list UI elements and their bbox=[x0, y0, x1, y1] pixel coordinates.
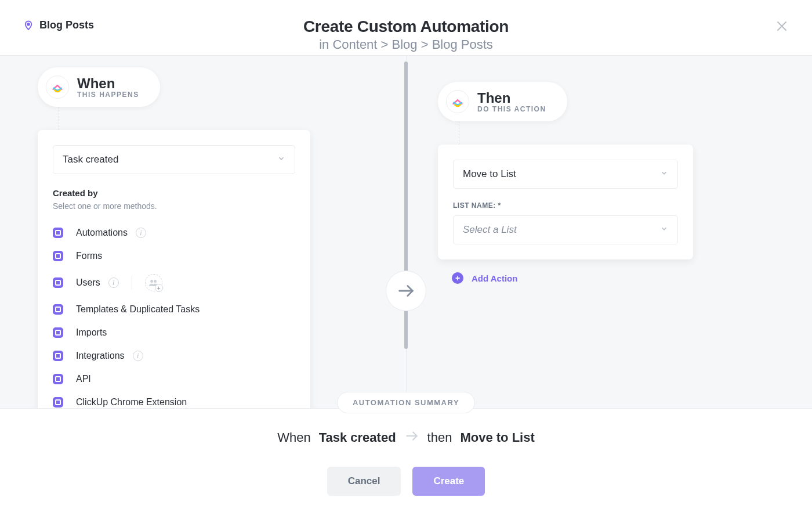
modal-breadcrumb: in Content > Blog > Blog Posts bbox=[23, 37, 789, 52]
svg-point-0 bbox=[27, 23, 30, 25]
method-row: Templates & Duplicated Tasks bbox=[53, 298, 295, 321]
method-checkbox[interactable] bbox=[53, 374, 63, 384]
plus-circle-icon: + bbox=[452, 272, 463, 284]
modal-header: Blog Posts Create Custom Automation in C… bbox=[0, 0, 812, 64]
then-card: Move to List LIST NAME: * Select a List bbox=[438, 145, 693, 259]
modal-title: Create Custom Automation bbox=[23, 17, 789, 36]
method-label: Automations bbox=[76, 228, 128, 238]
chevron-down-icon bbox=[660, 225, 668, 235]
method-checkbox[interactable] bbox=[53, 251, 63, 261]
clickup-logo-icon bbox=[446, 90, 469, 113]
info-icon[interactable]: i bbox=[136, 228, 146, 238]
when-pill-title: When bbox=[77, 75, 139, 92]
method-checkbox[interactable] bbox=[53, 327, 63, 338]
summary-when-value: Task created bbox=[319, 430, 396, 445]
method-label: Imports bbox=[76, 327, 107, 338]
arrow-right-icon bbox=[404, 428, 419, 447]
add-action-button[interactable]: + Add Action bbox=[452, 272, 710, 284]
trigger-value: Task created bbox=[63, 154, 118, 165]
method-label: Integrations bbox=[76, 351, 125, 361]
context-label: Blog Posts bbox=[39, 19, 94, 31]
method-label: API bbox=[76, 374, 91, 384]
list-name-label: LIST NAME: * bbox=[453, 201, 678, 210]
method-row: Automationsi bbox=[53, 221, 295, 244]
automation-summary: When Task created then Move to List bbox=[0, 428, 812, 447]
summary-badge: AUTOMATION SUMMARY bbox=[337, 392, 475, 413]
automation-canvas: When THIS HAPPENS Task created Created b… bbox=[0, 55, 812, 408]
method-label: ClickUp Chrome Extension bbox=[76, 397, 187, 408]
method-checkbox[interactable] bbox=[53, 228, 63, 238]
method-checkbox[interactable] bbox=[53, 304, 63, 315]
close-icon bbox=[775, 19, 789, 33]
add-action-label: Add Action bbox=[472, 273, 517, 283]
method-label: Forms bbox=[76, 251, 102, 261]
footer: AUTOMATION SUMMARY When Task created the… bbox=[0, 408, 812, 530]
method-row: Imports bbox=[53, 321, 295, 344]
when-card: Task created Created by Select one or mo… bbox=[38, 130, 310, 408]
summary-then-prefix: then bbox=[427, 430, 452, 445]
method-label: Users bbox=[76, 277, 100, 288]
trigger-select[interactable]: Task created bbox=[53, 145, 295, 174]
method-checkbox[interactable] bbox=[53, 397, 63, 408]
method-label: Templates & Duplicated Tasks bbox=[76, 304, 200, 315]
then-pill-subtitle: DO THIS ACTION bbox=[477, 105, 546, 113]
cancel-button[interactable]: Cancel bbox=[327, 467, 401, 496]
create-button[interactable]: Create bbox=[412, 467, 485, 496]
then-pill: Then DO THIS ACTION bbox=[438, 82, 567, 121]
method-row: API bbox=[53, 367, 295, 391]
info-icon[interactable]: i bbox=[108, 277, 119, 288]
when-column: When THIS HAPPENS Task created Created b… bbox=[38, 67, 310, 408]
list-select[interactable]: Select a List bbox=[453, 215, 678, 244]
chevron-down-icon bbox=[277, 154, 285, 165]
add-users-button[interactable]: + bbox=[145, 274, 162, 291]
footer-buttons: Cancel Create bbox=[0, 467, 812, 496]
divider bbox=[132, 276, 132, 290]
then-stem bbox=[459, 121, 459, 145]
flow-arrow-knob bbox=[386, 271, 426, 311]
method-row: Forms bbox=[53, 244, 295, 268]
action-select[interactable]: Move to List bbox=[453, 160, 678, 189]
info-icon[interactable]: i bbox=[133, 351, 143, 361]
chevron-down-icon bbox=[660, 169, 668, 179]
method-checkbox[interactable] bbox=[53, 351, 63, 361]
location-pin-icon bbox=[23, 20, 34, 31]
then-pill-title: Then bbox=[477, 90, 546, 106]
action-value: Move to List bbox=[463, 168, 516, 180]
svg-point-5 bbox=[154, 280, 157, 283]
created-by-sub: Select one or more methods. bbox=[53, 201, 295, 211]
methods-list: AutomationsiFormsUsersi+Templates & Dupl… bbox=[53, 221, 295, 408]
svg-point-4 bbox=[150, 280, 153, 283]
clickup-logo-icon bbox=[46, 75, 69, 99]
method-row: ClickUp Chrome Extension bbox=[53, 391, 295, 408]
when-stem bbox=[59, 107, 59, 130]
close-button[interactable] bbox=[775, 19, 789, 37]
summary-when-prefix: When bbox=[277, 430, 310, 445]
list-placeholder: Select a List bbox=[463, 224, 517, 236]
method-row: Integrationsi bbox=[53, 344, 295, 367]
summary-then-value: Move to List bbox=[460, 430, 534, 445]
method-row: Usersi+ bbox=[53, 268, 295, 298]
when-pill-subtitle: THIS HAPPENS bbox=[77, 91, 139, 99]
created-by-label: Created by bbox=[53, 188, 295, 198]
context-breadcrumb: Blog Posts bbox=[23, 19, 94, 31]
arrow-right-icon bbox=[396, 281, 416, 301]
when-pill: When THIS HAPPENS bbox=[38, 67, 160, 107]
then-column: Then DO THIS ACTION Move to List LIST NA… bbox=[438, 82, 710, 284]
method-checkbox[interactable] bbox=[53, 277, 63, 288]
